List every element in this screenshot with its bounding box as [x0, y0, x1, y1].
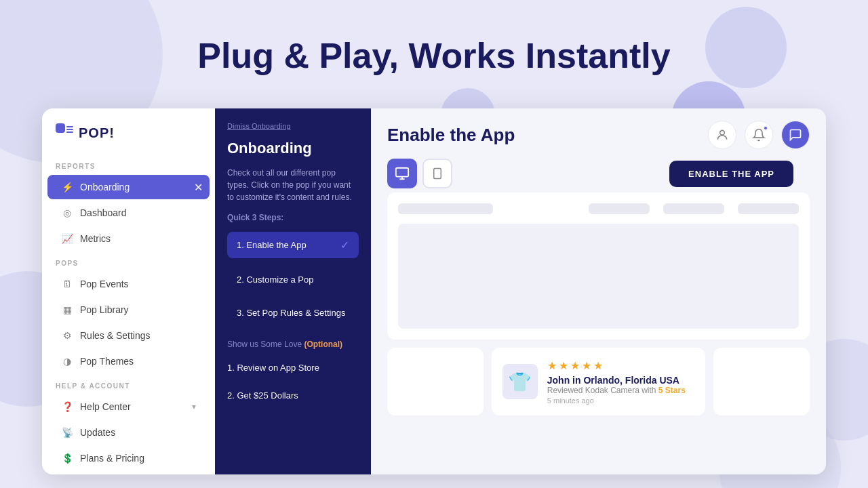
logo-text: POP!: [79, 125, 115, 141]
chat-button[interactable]: [781, 121, 810, 149]
reviewer-name: John in Orlando, Florida USA: [547, 375, 686, 386]
review-content: ★ ★ ★ ★ ★ John in Orlando, Florida USA R…: [547, 359, 686, 405]
app-container: POP! REPORTS ⚡ Onboarding ✕ ◎ Dashboard …: [42, 108, 826, 474]
step-label: 1. Enable the App: [237, 240, 307, 250]
updates-icon: 📡: [61, 426, 73, 439]
section-label-pops: POPS: [42, 251, 215, 271]
love-step-review[interactable]: 1. Review on App Store: [227, 359, 359, 377]
preview-body-area: [398, 224, 799, 329]
page-hero-title: Plug & Play, Works Instantly: [197, 35, 670, 76]
onboarding-title: Onboarding: [227, 140, 359, 157]
review-time: 5 minutes ago: [547, 396, 686, 405]
calendar-icon: 🗓: [61, 278, 73, 290]
sidebar-item-onboarding[interactable]: ⚡ Onboarding ✕: [47, 175, 210, 199]
onboarding-panel: Dimiss Onboarding Onboarding Check out a…: [215, 108, 371, 474]
chevron-down-icon: ▾: [192, 402, 196, 411]
bottom-cards-row: 👕 ★ ★ ★ ★ ★ John in Orlando, Florida USA…: [387, 348, 810, 415]
preview-bar-4: [738, 203, 799, 214]
device-toggle-row: ENABLE THE APP: [371, 159, 826, 188]
sidebar-item-label: Updates: [80, 427, 115, 438]
stars-label: 5 Stars: [658, 386, 686, 395]
sidebar-item-label: Onboarding: [80, 182, 130, 192]
enable-app-button[interactable]: ENABLE THE APP: [669, 161, 793, 187]
sidebar-item-pop-events[interactable]: 🗓 Pop Events: [47, 272, 210, 296]
onboarding-step-3[interactable]: 3. Set Pop Rules & Settings: [227, 301, 359, 325]
sidebar-item-label: Pop Events: [80, 279, 129, 289]
sidebar-item-pop-library[interactable]: ▦ Pop Library: [47, 298, 210, 322]
mobile-device-button[interactable]: [422, 159, 452, 188]
star-4: ★: [582, 359, 591, 372]
preview-bar-1: [398, 203, 493, 214]
sidebar-item-updates[interactable]: 📡 Updates: [47, 420, 210, 445]
sidebar-item-label: Metrics: [80, 233, 111, 244]
settings-icon: ⚙: [61, 329, 73, 342]
svg-rect-1: [396, 168, 408, 177]
pricing-icon: 💲: [61, 452, 73, 464]
onboarding-step-2[interactable]: 2. Customize a Pop: [227, 268, 359, 291]
onboarding-step-1[interactable]: 1. Enable the App ✓: [227, 232, 359, 258]
sidebar-item-label: Rules & Settings: [80, 330, 151, 341]
review-stars: ★ ★ ★ ★ ★: [547, 359, 686, 372]
sidebar-item-label: Pop Themes: [80, 356, 134, 367]
preview-header-row: [398, 203, 799, 214]
sidebar-item-pop-themes[interactable]: ◑ Pop Themes: [47, 349, 210, 373]
star-2: ★: [559, 359, 568, 372]
sidebar-item-help-center[interactable]: ❓ Help Center ▾: [47, 394, 210, 419]
star-1: ★: [547, 359, 557, 372]
close-icon[interactable]: ✕: [194, 181, 203, 194]
help-icon: ❓: [61, 401, 73, 413]
user-button[interactable]: [708, 121, 736, 149]
main-header: Enable the App: [371, 108, 826, 159]
bottom-card-1: [387, 348, 484, 415]
quick-steps-label: Quick 3 Steps:: [227, 213, 359, 222]
themes-icon: ◑: [61, 355, 73, 367]
main-title: Enable the App: [387, 125, 515, 146]
step-label: 3. Set Pop Rules & Settings: [237, 308, 345, 318]
sidebar-item-label: Dashboard: [80, 207, 127, 218]
lightning-icon: ⚡: [61, 181, 73, 193]
onboarding-description: Check out all our different pop types. C…: [227, 167, 359, 203]
sidebar-item-plans-pricing[interactable]: 💲 Plans & Pricing: [47, 446, 210, 470]
dismiss-onboarding-link[interactable]: Dimiss Onboarding: [227, 122, 359, 130]
sidebar-item-label: Help Center: [80, 401, 131, 412]
preview-bar-3: [663, 203, 724, 214]
notification-button[interactable]: [745, 121, 773, 149]
sidebar-item-rules-settings[interactable]: ⚙ Rules & Settings: [47, 323, 210, 348]
sidebar-item-label: Pop Library: [80, 304, 129, 315]
svg-point-0: [720, 130, 725, 135]
star-3: ★: [570, 359, 580, 372]
optional-label: (Optional): [304, 340, 342, 349]
desktop-device-button[interactable]: [387, 159, 417, 188]
star-5: ★: [593, 359, 603, 372]
logo: POP!: [42, 108, 215, 155]
sidebar-item-dashboard[interactable]: ◎ Dashboard: [47, 201, 210, 225]
step-label: 2. Customize a Pop: [237, 274, 313, 285]
love-step-dollars[interactable]: 2. Get $25 Dollars: [227, 386, 359, 405]
love-section-label: Show us Some Love (Optional): [227, 340, 359, 349]
dashboard-icon: ◎: [61, 207, 73, 219]
library-icon: ▦: [61, 304, 73, 316]
metrics-icon: 📈: [61, 232, 73, 245]
shirt-icon: 👕: [508, 371, 532, 393]
section-label-help: HELP & ACCOUNT: [42, 374, 215, 394]
sidebar-item-metrics[interactable]: 📈 Metrics: [47, 226, 210, 251]
sidebar-item-label: Plans & Pricing: [80, 453, 144, 464]
review-card: 👕 ★ ★ ★ ★ ★ John in Orlando, Florida USA…: [492, 348, 706, 415]
preview-bar-2: [589, 203, 650, 214]
sidebar: POP! REPORTS ⚡ Onboarding ✕ ◎ Dashboard …: [42, 108, 215, 474]
bottom-card-2: [713, 348, 810, 415]
review-product: Reviewed Kodak Camera with 5 Stars: [547, 386, 686, 395]
main-content: Enable the App: [371, 108, 826, 474]
main-body: 👕 ★ ★ ★ ★ ★ John in Orlando, Florida USA…: [371, 192, 826, 474]
section-label-reports: REPORTS: [42, 155, 215, 174]
review-avatar: 👕: [502, 364, 538, 399]
check-icon: ✓: [340, 239, 349, 251]
notification-dot: [763, 125, 768, 131]
header-actions: [708, 121, 810, 149]
preview-card: [387, 192, 810, 340]
